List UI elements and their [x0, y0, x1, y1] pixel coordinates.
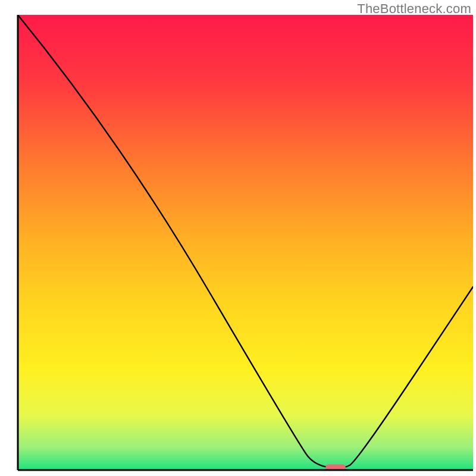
bottleneck-chart — [0, 0, 476, 476]
chart-stage: TheBottleneck.com — [0, 0, 476, 476]
watermark-text: TheBottleneck.com — [357, 1, 471, 17]
gradient-background — [18, 15, 473, 470]
